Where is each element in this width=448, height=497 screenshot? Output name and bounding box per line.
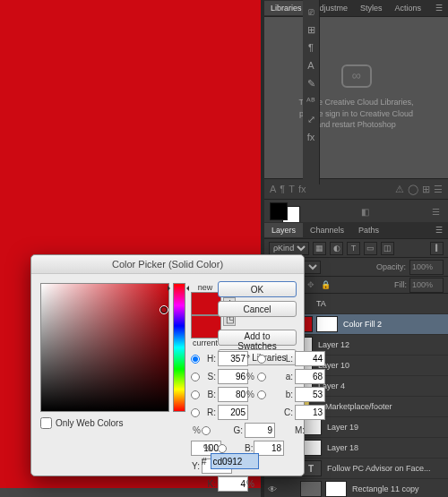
input-lb[interactable] bbox=[295, 387, 325, 402]
opacity-input[interactable] bbox=[409, 260, 444, 275]
input-c[interactable] bbox=[295, 405, 325, 420]
cancel-button[interactable]: Cancel bbox=[218, 301, 297, 317]
dock-icon[interactable]: ⤢ bbox=[305, 113, 317, 125]
label-g: G: bbox=[218, 425, 245, 435]
swatch-menu-icon[interactable]: ◧ bbox=[358, 207, 372, 217]
ok-button[interactable]: OK bbox=[218, 281, 297, 297]
dialog-title: Color Picker (Solid Color) bbox=[31, 255, 304, 274]
label-k: K: bbox=[202, 479, 218, 489]
radio-b[interactable] bbox=[191, 390, 200, 399]
input-l[interactable] bbox=[295, 351, 325, 366]
current-label: current bbox=[191, 338, 220, 347]
label-m: M: bbox=[295, 425, 306, 435]
panel-menu-icon[interactable]: ☰ bbox=[430, 4, 448, 13]
input-a[interactable] bbox=[295, 369, 325, 384]
dock-icon[interactable]: ᴬᴮ bbox=[305, 95, 317, 107]
add-to-swatches-button[interactable]: Add to Swatches bbox=[218, 330, 297, 346]
layer-mask-thumb[interactable] bbox=[325, 481, 347, 497]
label-l: L: bbox=[268, 354, 295, 364]
only-web-colors-input[interactable] bbox=[40, 417, 52, 429]
sv-cursor[interactable] bbox=[159, 305, 168, 314]
input-g[interactable] bbox=[245, 423, 275, 438]
filter-toggle-icon[interactable]: ⏽ bbox=[430, 242, 444, 255]
fill-input[interactable] bbox=[409, 278, 444, 293]
circle-icon[interactable]: ◯ bbox=[408, 184, 418, 195]
input-k[interactable] bbox=[218, 476, 248, 492]
layer-name[interactable]: Rectangle 11 copy bbox=[349, 484, 419, 493]
unit-pct: % bbox=[245, 479, 254, 489]
layer-name[interactable]: Layer 19 bbox=[323, 423, 358, 432]
tab-channels[interactable]: Channels bbox=[303, 223, 351, 237]
new-color-swatch[interactable] bbox=[191, 292, 221, 315]
hue-slider[interactable] bbox=[173, 283, 185, 412]
input-bval[interactable] bbox=[218, 387, 248, 402]
tab-libraries[interactable]: Libraries bbox=[264, 1, 308, 15]
tab-layers[interactable]: Layers bbox=[264, 223, 303, 237]
filter-smart-icon[interactable]: ◫ bbox=[381, 242, 394, 255]
radio-a[interactable] bbox=[257, 373, 266, 381]
new-current-swatches: new current bbox=[191, 283, 220, 347]
paragraph-icon[interactable]: ¶ bbox=[280, 184, 285, 194]
lock-position-icon[interactable]: ✥ bbox=[306, 279, 317, 291]
filter-pixel-icon[interactable]: ▦ bbox=[313, 242, 326, 255]
input-h[interactable] bbox=[218, 351, 248, 366]
layer-kind-select[interactable]: ρKind bbox=[269, 242, 309, 255]
label-b: B: bbox=[202, 390, 218, 399]
color-value-grid: H:° L: S:% a: B:% b: R: C:% G: M:% B: Y:… bbox=[191, 351, 325, 492]
filter-type-icon[interactable]: T bbox=[347, 242, 360, 255]
layer-name[interactable]: Layer 18 bbox=[323, 443, 358, 452]
panel-menu-icon[interactable]: ☰ bbox=[430, 226, 448, 235]
dock-icon[interactable]: A bbox=[305, 59, 317, 72]
opacity-label: Opacity: bbox=[376, 262, 406, 271]
layer-mask-thumb[interactable] bbox=[316, 316, 338, 332]
hex-label: # bbox=[202, 457, 207, 467]
dock-icon[interactable]: ⎚ bbox=[305, 5, 317, 18]
filter-adjust-icon[interactable]: ◐ bbox=[330, 242, 343, 255]
tab-actions[interactable]: Actions bbox=[389, 1, 428, 15]
foreground-swatch[interactable] bbox=[270, 202, 288, 220]
swatch-menu-icon[interactable]: ☰ bbox=[429, 207, 443, 217]
unit-pct: % bbox=[202, 443, 218, 453]
tab-styles[interactable]: Styles bbox=[354, 1, 389, 15]
dock-icon[interactable]: ✎ bbox=[305, 77, 317, 90]
hex-row: # bbox=[202, 453, 259, 469]
grid-icon[interactable]: ⊞ bbox=[422, 184, 430, 195]
layers-tab-bar: Layers Channels Paths ☰ bbox=[264, 222, 448, 239]
fx-icon[interactable]: fx bbox=[298, 184, 306, 194]
label-s: S: bbox=[202, 372, 218, 381]
input-r[interactable] bbox=[218, 405, 248, 420]
unit-deg: ° bbox=[245, 354, 254, 364]
filter-shape-icon[interactable]: ▭ bbox=[364, 242, 377, 255]
only-web-colors-checkbox[interactable]: Only Web Colors bbox=[40, 417, 123, 429]
layer-name[interactable]: Color Fill 2 bbox=[340, 320, 382, 329]
dock-icon[interactable]: ⊞ bbox=[305, 23, 317, 36]
current-color-swatch[interactable] bbox=[191, 315, 221, 338]
hex-input[interactable] bbox=[211, 453, 259, 469]
radio-h[interactable] bbox=[191, 355, 200, 364]
tab-paths[interactable]: Paths bbox=[351, 223, 386, 237]
layer-name[interactable]: Follow PC Advisor on Face... bbox=[323, 464, 431, 473]
dock-strip[interactable]: ⎚ ⊞ ¶ A ✎ ᴬᴮ ⤢ fx bbox=[303, 0, 320, 184]
layer-name[interactable]: Layer 12 bbox=[314, 340, 349, 349]
char-icon[interactable]: A bbox=[270, 184, 276, 194]
radio-s[interactable] bbox=[191, 373, 200, 381]
layer-name[interactable]: Marketplace/footer bbox=[322, 402, 392, 411]
layer-name[interactable]: TA bbox=[313, 299, 326, 308]
radio-r[interactable] bbox=[191, 408, 200, 417]
type-icon[interactable]: T bbox=[289, 184, 295, 194]
label-a: a: bbox=[268, 372, 295, 381]
radio-bb[interactable] bbox=[218, 444, 227, 453]
color-picker-dialog[interactable]: Color Picker (Solid Color) new current ⚠… bbox=[30, 254, 305, 476]
dock-icon[interactable]: fx bbox=[305, 131, 317, 143]
character-panel-collapsed[interactable]: A ¶ T fx ⚠ ◯ ⊞ ☰ bbox=[264, 178, 448, 200]
radio-g[interactable] bbox=[202, 426, 211, 435]
lock-all-icon[interactable]: 🔒 bbox=[320, 279, 332, 291]
dock-icon[interactable]: ¶ bbox=[305, 41, 317, 54]
input-s[interactable] bbox=[218, 369, 248, 384]
radio-lb[interactable] bbox=[257, 390, 266, 399]
radio-l[interactable] bbox=[257, 355, 266, 364]
creative-cloud-icon: ∞ bbox=[341, 64, 372, 88]
saturation-value-box[interactable] bbox=[40, 283, 169, 412]
panel-menu-icon[interactable]: ☰ bbox=[434, 184, 443, 195]
warning-icon[interactable]: ⚠ bbox=[395, 184, 404, 195]
